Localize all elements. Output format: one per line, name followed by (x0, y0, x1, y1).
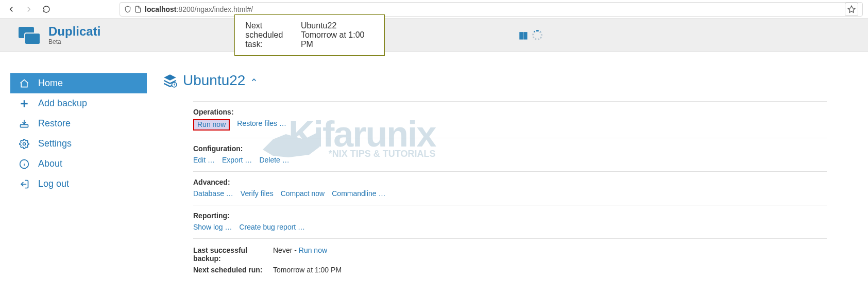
reporting-title: Reporting: (193, 212, 827, 220)
gear-icon (19, 139, 30, 149)
chevron-up-icon[interactable] (250, 75, 258, 86)
reporting-section: Reporting: Show log … Create bug report … (193, 205, 827, 238)
plus-icon (19, 99, 30, 109)
svg-rect-1 (25, 33, 40, 44)
sidebar-item-about[interactable]: About (10, 154, 147, 174)
commandline-link[interactable]: Commandline … (332, 189, 385, 198)
shield-icon (124, 6, 131, 13)
sidebar-item-home[interactable]: Home (10, 73, 147, 93)
backup-job-header[interactable]: Ubuntu22 (162, 72, 827, 89)
run-now-link[interactable]: Run now (197, 120, 226, 128)
next-run-value: Tomorrow at 1:00 PM (273, 266, 342, 274)
sidebar-item-label: Log out (38, 179, 69, 189)
sidebar-item-restore[interactable]: Restore (10, 114, 147, 134)
logout-icon (19, 179, 30, 189)
info-icon (19, 159, 30, 169)
restore-files-link[interactable]: Restore files … (237, 119, 286, 131)
brand-sub: Beta (48, 39, 100, 45)
throbber-icon (532, 30, 542, 40)
verify-files-link[interactable]: Verify files (241, 189, 274, 198)
logo-icon (16, 25, 42, 45)
run-now-inline-link[interactable]: Run now (299, 246, 327, 254)
configuration-section: Configuration: Edit … Export … Delete … (193, 138, 827, 171)
sidebar-item-settings[interactable]: Settings (10, 134, 147, 154)
job-name: Ubuntu22 (183, 72, 245, 89)
page-icon (134, 6, 142, 13)
pause-icon[interactable]: ▮▮ (519, 29, 527, 41)
main-content: Ubuntu22 Operations: Run now Restore fil… (147, 52, 827, 277)
schedule-label: Next scheduled task: (245, 21, 294, 49)
sidebar-item-logout[interactable]: Log out (10, 174, 147, 194)
database-link[interactable]: Database … (193, 189, 233, 198)
restore-icon (19, 119, 30, 129)
url-bar[interactable]: localhost:8200/ngax/index.html#/ (120, 2, 863, 17)
sidebar-item-label: Settings (38, 138, 72, 149)
compact-now-link[interactable]: Compact now (281, 189, 325, 198)
sidebar-item-label: Add backup (38, 98, 87, 109)
reload-button[interactable] (40, 3, 53, 15)
sidebar-item-label: Restore (38, 118, 71, 129)
url-host: localhost:8200/ngax/index.html#/ (145, 5, 253, 13)
svg-point-3 (23, 142, 26, 145)
last-backup-label: Last successful backup: (193, 246, 268, 263)
stack-icon (162, 73, 178, 88)
export-link[interactable]: Export … (222, 156, 252, 164)
svg-rect-2 (21, 124, 28, 127)
delete-link[interactable]: Delete … (259, 156, 289, 164)
next-run-label: Next scheduled run: (193, 266, 268, 274)
advanced-section: Advanced: Database … Verify files Compac… (193, 171, 827, 205)
schedule-value: Ubuntu22 Tomorrow at 1:00 PM (301, 21, 374, 49)
last-backup-row: Last successful backup: Never - Run now (193, 246, 827, 263)
browser-chrome: localhost:8200/ngax/index.html#/ (0, 0, 868, 19)
operations-section: Operations: Run now Restore files … (193, 101, 827, 138)
edit-link[interactable]: Edit … (193, 156, 215, 164)
next-run-row: Next scheduled run: Tomorrow at 1:00 PM (193, 266, 827, 274)
sidebar-item-label: Home (38, 78, 63, 89)
main-layout: Home Add backup Restore Settings About (0, 52, 868, 277)
next-scheduled-task-banner: Next scheduled task: Ubuntu22 Tomorrow a… (234, 14, 385, 56)
show-log-link[interactable]: Show log … (193, 223, 232, 231)
advanced-title: Advanced: (193, 178, 827, 186)
operations-title: Operations: (193, 108, 827, 116)
brand[interactable]: Duplicati Beta (16, 25, 100, 45)
sidebar: Home Add backup Restore Settings About (5, 52, 147, 277)
back-button[interactable] (5, 3, 18, 15)
sidebar-item-add-backup[interactable]: Add backup (10, 93, 147, 114)
brand-title: Duplicati (48, 25, 100, 38)
home-icon (19, 78, 30, 89)
forward-button[interactable] (23, 3, 35, 15)
configuration-title: Configuration: (193, 144, 827, 153)
last-backup-value: Never - (273, 246, 299, 254)
sidebar-item-label: About (38, 158, 62, 169)
create-bug-report-link[interactable]: Create bug report … (239, 223, 305, 231)
bookmark-star-icon[interactable] (845, 3, 858, 16)
app-header: Duplicati Beta Next scheduled task: Ubun… (0, 19, 868, 52)
